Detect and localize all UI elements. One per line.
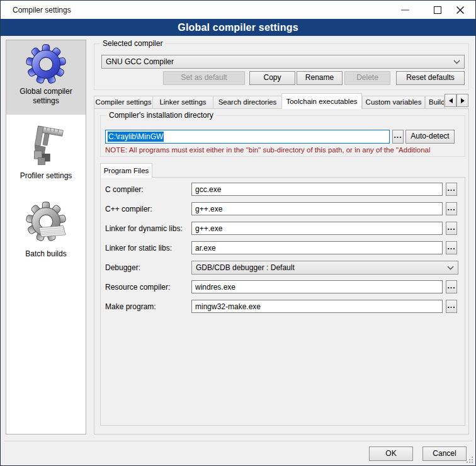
- linker-static-browse-button[interactable]: ...: [446, 241, 457, 254]
- blue-gear-icon: [6, 44, 86, 84]
- chevron-down-icon: [447, 266, 454, 270]
- linker-dynamic-browse-button[interactable]: ...: [446, 222, 457, 235]
- sidebar-item-global-compiler-settings[interactable]: Global compiler settings: [6, 40, 86, 115]
- minimize-button[interactable]: [391, 1, 419, 19]
- tab-search-directories[interactable]: Search directories: [213, 96, 282, 109]
- sidebar-item-label: Global compiler settings: [6, 87, 86, 106]
- linker-dynamic-label: Linker for dynamic libs:: [105, 224, 183, 233]
- debugger-label: Debugger:: [105, 263, 140, 272]
- c-compiler-label: C compiler:: [105, 185, 144, 194]
- rename-button[interactable]: Rename: [297, 71, 343, 85]
- footer-separator: [4, 441, 473, 442]
- compiler-select[interactable]: GNU GCC Compiler: [101, 55, 465, 69]
- selected-compiler-group-label: Selected compiler: [100, 39, 165, 48]
- subtab-program-files[interactable]: Program Files: [100, 163, 152, 178]
- resource-compiler-input[interactable]: [191, 280, 443, 293]
- linker-dynamic-input[interactable]: [191, 222, 443, 235]
- minimize-icon: [401, 9, 409, 11]
- form-row: Make program: ...: [100, 300, 465, 314]
- form-row: C++ compiler: ...: [100, 202, 465, 216]
- compiler-select-value: GNU GCC Compiler: [106, 57, 451, 66]
- form-row: Debugger: GDB/CDB debugger : Default: [100, 261, 465, 275]
- ok-button[interactable]: OK: [369, 446, 413, 461]
- page-title: Global compiler settings: [178, 22, 298, 33]
- arrow-right-icon: [461, 98, 465, 103]
- settings-sidebar: Global compiler settings: [6, 40, 86, 435]
- titlebar: Compiler settings: [1, 1, 475, 19]
- cancel-button[interactable]: Cancel: [422, 446, 467, 461]
- tab-toolchain-executables[interactable]: Toolchain executables: [281, 93, 362, 109]
- installation-directory-input[interactable]: C:\raylib\MinGW: [105, 130, 390, 144]
- gray-gear-stack-icon: [6, 202, 86, 247]
- form-row: Linker for dynamic libs: ...: [100, 222, 465, 236]
- close-button[interactable]: [446, 1, 474, 19]
- installation-directory-browse-button[interactable]: ...: [392, 130, 404, 144]
- linker-static-label: Linker for static libs:: [105, 244, 172, 253]
- set-as-default-button[interactable]: Set as default: [163, 71, 245, 85]
- installation-directory-group-label: Compiler's installation directory: [106, 111, 216, 120]
- linker-static-input[interactable]: [191, 241, 443, 254]
- sidebar-item-batch-builds[interactable]: Batch builds: [6, 199, 86, 270]
- form-row: Resource compiler: ...: [100, 280, 465, 294]
- caliper-icon: [6, 123, 86, 169]
- tab-scroll-left-button[interactable]: [445, 94, 456, 107]
- c-compiler-input[interactable]: [191, 183, 443, 196]
- arrow-left-icon: [449, 98, 453, 103]
- form-row: C compiler: ...: [100, 183, 465, 196]
- cpp-compiler-label: C++ compiler:: [105, 205, 152, 213]
- window-title: Compiler settings: [13, 6, 71, 14]
- maximize-icon: [434, 6, 441, 14]
- debugger-select[interactable]: GDB/CDB debugger : Default: [191, 261, 458, 275]
- sidebar-item-profiler-settings[interactable]: Profiler settings: [6, 122, 86, 191]
- make-program-browse-button[interactable]: ...: [446, 300, 457, 313]
- tab-scroll-right-button[interactable]: [456, 94, 468, 107]
- tab-custom-variables[interactable]: Custom variables: [362, 96, 425, 109]
- tab-compiler-settings[interactable]: Compiler settings: [94, 96, 153, 109]
- form-row: Linker for static libs: ...: [100, 241, 465, 255]
- chevron-down-icon: [453, 60, 460, 64]
- tab-linker-settings[interactable]: Linker settings: [152, 96, 213, 109]
- resize-grip[interactable]: [465, 455, 473, 463]
- make-program-label: Make program:: [105, 302, 156, 311]
- note-text: NOTE: All programs must exist either in …: [105, 146, 462, 156]
- cpp-compiler-browse-button[interactable]: ...: [446, 202, 457, 215]
- sidebar-item-label: Profiler settings: [6, 171, 86, 181]
- page-header: Global compiler settings: [1, 19, 475, 36]
- reset-defaults-button[interactable]: Reset defaults: [396, 71, 465, 85]
- delete-button[interactable]: Delete: [344, 71, 390, 85]
- close-icon: [456, 6, 465, 14]
- cpp-compiler-input[interactable]: [191, 202, 443, 215]
- debugger-select-value: GDB/CDB debugger : Default: [196, 263, 445, 272]
- tab-build-options-clipped[interactable]: Build: [425, 96, 445, 109]
- c-compiler-browse-button[interactable]: ...: [446, 183, 457, 196]
- installation-directory-selected-text: C:\raylib\MinGW: [108, 132, 164, 142]
- resource-compiler-browse-button[interactable]: ...: [446, 280, 457, 293]
- auto-detect-button[interactable]: Auto-detect: [405, 130, 455, 144]
- sidebar-item-label: Batch builds: [6, 249, 86, 259]
- compiler-settings-dialog: Compiler settings Global compiler settin…: [0, 0, 476, 466]
- make-program-input[interactable]: [191, 300, 443, 313]
- copy-button[interactable]: Copy: [249, 71, 295, 85]
- resource-compiler-label: Resource compiler:: [105, 283, 170, 292]
